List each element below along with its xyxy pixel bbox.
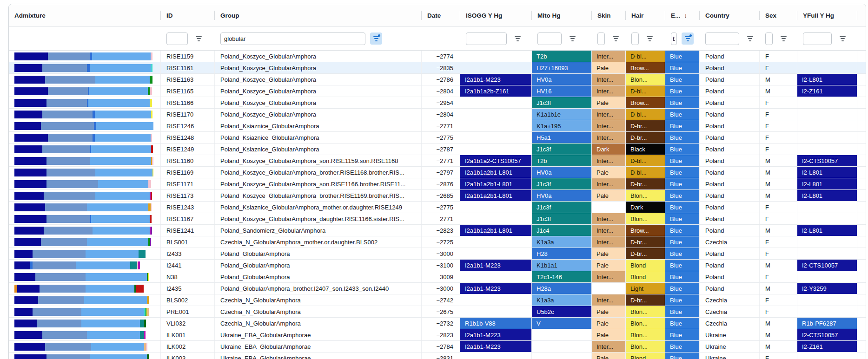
admixture-segment-steel — [41, 122, 94, 130]
admixture-segment-navy — [14, 145, 42, 153]
cell-skin: Dark — [592, 144, 626, 155]
admixture-segment-sky — [86, 273, 147, 281]
table-row[interactable]: I2441 Poland_GlobularAmphora −3100 I2a1b… — [9, 260, 866, 271]
column-header-admixture[interactable]: Admixture — [9, 4, 161, 26]
cell-eyes: Blue — [665, 132, 700, 143]
sort-desc-icon[interactable]: ↓ — [684, 12, 687, 19]
cell-spacer — [857, 260, 866, 271]
table-row[interactable]: BLS001 Czechia_N_GlobularAmphora_mother.… — [9, 236, 866, 248]
table-row[interactable]: RISE1167 Poland_Koszyce_GlobularAmphora_… — [9, 213, 866, 225]
mito-filter-input[interactable] — [537, 33, 562, 45]
yfull-filter-input[interactable] — [803, 33, 832, 45]
cell-date: −2742 — [422, 294, 460, 306]
table-row[interactable]: BLS002 Czechia_N_GlobularAmphora −2742 K… — [9, 294, 866, 306]
table-row[interactable]: RISE1243 Poland_Ksiaznice_GlobularAmphor… — [9, 202, 866, 213]
cell-hair: Blond — [626, 271, 665, 282]
admixture-segment-magenta — [138, 261, 140, 269]
cell-eyes: Blue — [665, 120, 700, 131]
filter-icon[interactable] — [643, 33, 656, 45]
filter-icon[interactable] — [836, 33, 848, 45]
cell-isogg-y-hg — [460, 248, 532, 259]
table-row[interactable]: RISE1166 Poland_Koszyce_GlobularAmphora … — [9, 97, 866, 109]
table-row[interactable]: RISE1246 Poland_Ksiaznice_GlobularAmphor… — [9, 120, 866, 132]
admixture-segment-red — [136, 285, 144, 293]
column-header-sex[interactable]: Sex — [760, 4, 797, 26]
cell-eyes: Blue — [665, 144, 700, 155]
filter-icon[interactable] — [777, 33, 789, 45]
table-row[interactable]: ILK002 Ukraine_EBA_GlobularAmphorae −278… — [9, 341, 866, 352]
group-filter-input[interactable] — [220, 33, 365, 45]
column-header-country[interactable]: Country — [700, 4, 760, 26]
column-header-isogg-y-hg[interactable]: ISOGG Y Hg — [460, 4, 532, 26]
cell-group: Ukraine_EBA_GlobularAmphorae — [215, 329, 422, 340]
column-header-group[interactable]: Group — [215, 4, 422, 26]
isogg-filter-input[interactable] — [466, 33, 507, 45]
table-row[interactable]: RISE1241 Poland_Sandomierz_GlobularAmpho… — [9, 225, 866, 236]
filter-icon[interactable] — [566, 33, 578, 45]
admixture-segment-sky — [90, 64, 151, 72]
cell-group: Poland_Koszyce_GlobularAmphora — [215, 74, 422, 85]
cell-yfull-y-hg — [797, 352, 857, 359]
column-header-mito-hg[interactable]: Mito Hg — [532, 4, 592, 26]
column-header-eyes[interactable]: E... ↓ — [665, 4, 700, 26]
table-row[interactable]: VLI032 Czechia_N_GlobularAmphora −2732 R… — [9, 318, 866, 329]
table-row[interactable]: RISE1248 Poland_Ksiaznice_GlobularAmphor… — [9, 132, 866, 144]
column-header-yfull-y-hg[interactable]: YFull Y Hg — [797, 4, 857, 26]
table-row[interactable]: RISE1161 Poland_Koszyce_GlobularAmphora … — [9, 62, 866, 74]
cell-yfull-y-hg — [797, 51, 857, 62]
country-filter-input[interactable] — [705, 33, 739, 45]
table-row[interactable]: ILK001 Ukraine_EBA_GlobularAmphorae −282… — [9, 329, 866, 341]
cell-admixture — [9, 283, 161, 294]
admixture-segment-pink — [152, 157, 153, 165]
filter-icon[interactable] — [511, 33, 523, 45]
table-row[interactable]: RISE1159 Poland_Koszyce_GlobularAmphora … — [9, 51, 866, 62]
cell-mito-hg — [532, 341, 592, 352]
table-row[interactable]: N38 Poland_GlobularAmphora −3009 T2c1-14… — [9, 271, 866, 283]
admixture-segment-yellow — [148, 273, 150, 281]
cell-isogg-y-hg: I2a1b1-M223 — [460, 260, 532, 271]
cell-spacer — [857, 213, 866, 224]
cell-hair: D-br... — [626, 178, 665, 189]
table-row[interactable]: RISE1165 Poland_Koszyce_GlobularAmphora … — [9, 85, 866, 97]
table-row[interactable]: RISE1169 Poland_Koszyce_GlobularAmphora_… — [9, 167, 866, 178]
table-row[interactable]: RISE1170 Poland_Koszyce_GlobularAmphora … — [9, 109, 866, 120]
cell-skin: Inter... — [592, 132, 626, 143]
admixture-segment-sky — [90, 354, 147, 359]
cell-mito-hg: HV0a — [532, 74, 592, 85]
id-filter-input[interactable] — [166, 33, 188, 45]
cell-date: −2831 — [422, 352, 460, 359]
sex-filter-input[interactable] — [765, 33, 773, 45]
table-row[interactable]: RISE1173 Poland_Koszyce_GlobularAmphora_… — [9, 190, 866, 202]
table-row[interactable]: I2435 Poland_GlobularAmphora_brother.I24… — [9, 283, 866, 294]
column-header-skin[interactable]: Skin — [592, 4, 626, 26]
column-header-id[interactable]: ID — [161, 4, 215, 26]
admixture-bar — [14, 169, 154, 176]
hair-filter-input[interactable] — [631, 33, 639, 45]
filter-icon[interactable] — [610, 33, 622, 45]
admixture-segment-steel — [33, 308, 81, 316]
table-row[interactable]: RISE1249 Poland_Ksiaznice_GlobularAmphor… — [9, 144, 866, 155]
eyes-filter-input[interactable] — [671, 33, 677, 45]
column-header-date[interactable]: Date — [422, 4, 460, 26]
admixture-segment-navy — [14, 250, 33, 258]
filter-active-icon[interactable] — [370, 33, 382, 45]
table-row[interactable]: RISE1171 Poland_Koszyce_GlobularAmphora_… — [9, 178, 866, 190]
filter-icon[interactable] — [744, 33, 756, 45]
cell-country: Czechia — [700, 306, 760, 317]
cell-spacer — [857, 318, 866, 329]
cell-admixture — [9, 178, 161, 189]
column-header-hair[interactable]: Hair — [626, 4, 665, 26]
cell-group: Poland_Ksiaznice_GlobularAmphora — [215, 132, 422, 143]
table-row[interactable]: I2433 Poland_GlobularAmphora −3000 H28 P… — [9, 248, 866, 260]
filter-icon[interactable] — [192, 33, 205, 45]
table-row[interactable]: ILK003 Ukraine_EBA_GlobularAmphorae −283… — [9, 352, 866, 359]
filter-cell-eyes — [665, 27, 700, 50]
skin-filter-input[interactable] — [597, 33, 605, 45]
admixture-bar — [14, 111, 154, 118]
cell-hair: Light — [626, 283, 665, 294]
table-row[interactable]: RISE1160 Poland_Koszyce_GlobularAmphora_… — [9, 155, 866, 167]
table-row[interactable]: PRE001 Czechia_N_GlobularAmphora −2675 U… — [9, 306, 866, 318]
filter-active-icon[interactable] — [682, 33, 694, 45]
cell-date: −2685 — [422, 190, 460, 201]
table-row[interactable]: RISE1163 Poland_Koszyce_GlobularAmphora … — [9, 74, 866, 85]
